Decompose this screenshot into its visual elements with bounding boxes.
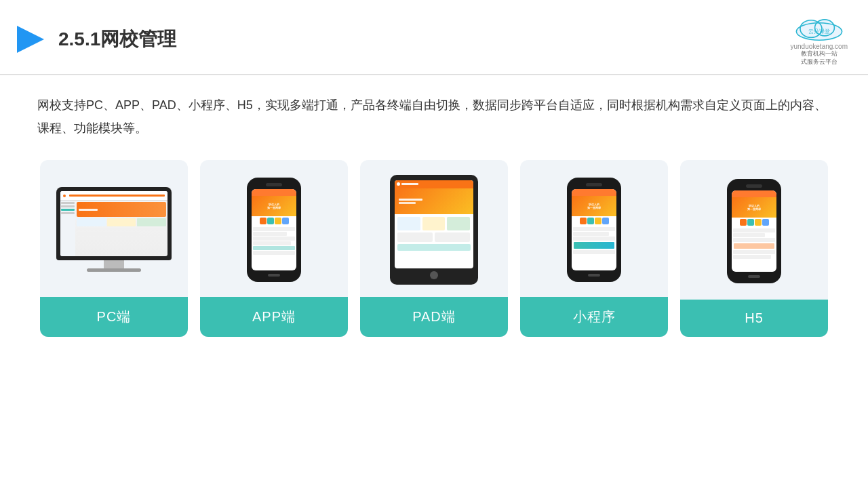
svg-text:云朵课堂: 云朵课堂	[808, 28, 830, 35]
logo-url: yunduoketang.com	[790, 43, 848, 50]
play-icon	[14, 22, 47, 56]
card-mini-label: 小程序	[520, 297, 668, 337]
mini-mockup: 职达人的第一堂网课	[567, 178, 621, 282]
header: 2.5.1网校管理 云朵课堂 yunduoketang.com 教育机构一站 式…	[0, 0, 868, 75]
header-left: 2.5.1网校管理	[14, 22, 176, 56]
card-pc-image	[40, 160, 188, 297]
card-pad: PAD端	[360, 160, 508, 337]
card-pad-label: PAD端	[360, 297, 508, 337]
pc-mockup	[56, 187, 172, 272]
card-app-label: APP端	[200, 297, 348, 337]
card-h5-label: H5	[680, 300, 828, 337]
app-mockup: 职达人的第一堂网课	[247, 178, 301, 282]
card-pc-label: PC端	[40, 297, 188, 337]
page-title: 2.5.1网校管理	[58, 26, 176, 52]
card-pad-image	[360, 160, 508, 297]
svg-marker-0	[17, 26, 44, 53]
card-h5: 职达人的第一堂网课	[680, 160, 828, 337]
main-content: 网校支持PC、APP、PAD、小程序、H5，实现多端打通，产品各终端自由切换，数…	[0, 75, 868, 350]
description-text: 网校支持PC、APP、PAD、小程序、H5，实现多端打通，产品各终端自由切换，数…	[37, 94, 831, 140]
logo-icon: 云朵课堂	[792, 12, 846, 43]
card-pc: PC端	[40, 160, 188, 337]
logo-area: 云朵课堂 yunduoketang.com 教育机构一站 式服务云平台	[790, 12, 848, 66]
pad-mockup	[390, 175, 478, 285]
cards-container: PC端 职达人的第一堂网课	[37, 160, 831, 337]
card-h5-image: 职达人的第一堂网课	[680, 160, 828, 300]
card-app: 职达人的第一堂网课	[200, 160, 348, 337]
logo-tagline: 教育机构一站 式服务云平台	[801, 50, 837, 66]
h5-mockup: 职达人的第一堂网课	[727, 179, 781, 283]
card-mini: 职达人的第一堂网课	[520, 160, 668, 337]
card-app-image: 职达人的第一堂网课	[200, 160, 348, 297]
card-mini-image: 职达人的第一堂网课	[520, 160, 668, 297]
